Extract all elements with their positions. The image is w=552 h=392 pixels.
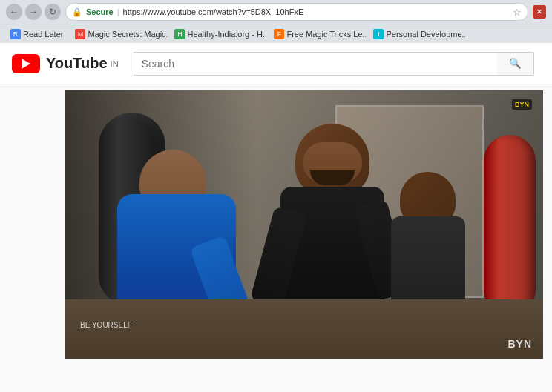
bookmark-icon-personal-dev: t xyxy=(373,29,384,39)
bookmark-personal-dev[interactable]: t Personal Developme... xyxy=(369,27,465,41)
bookmark-read-later[interactable]: R Read Later xyxy=(6,27,68,41)
back-button[interactable]: ← xyxy=(6,4,22,20)
youtube-logo[interactable]: YouTubeIN xyxy=(12,54,119,73)
subtitle-text: BE YOURSELF xyxy=(80,321,132,329)
bookmark-label-read-later: Read Later xyxy=(23,30,63,39)
bookmark-label-healthy-india: Healthy-India.org - H... xyxy=(187,30,266,39)
video-player[interactable]: BE YOURSELF BYN BYN xyxy=(65,90,543,359)
punching-bag-right xyxy=(484,135,536,313)
forward-button[interactable]: → xyxy=(25,4,42,20)
youtube-header: YouTubeIN 🔍 xyxy=(0,43,552,84)
address-bar[interactable]: 🔒 Secure | https://www.youtube.com/watch… xyxy=(65,3,528,21)
reload-button[interactable]: ↻ xyxy=(45,4,61,20)
bookmark-star-icon[interactable]: ☆ xyxy=(513,7,522,18)
gym-floor xyxy=(65,299,543,359)
bookmarks-bar: R Read Later M Magic Secrets: Magic... H… xyxy=(0,24,552,43)
bookmark-healthy-india[interactable]: H Healthy-India.org - H... xyxy=(170,27,266,41)
url-text[interactable]: https://www.youtube.com/watch?v=5D8X_10h… xyxy=(123,7,509,16)
search-input[interactable] xyxy=(134,52,497,76)
bookmark-icon-free-magic: F xyxy=(274,29,284,39)
bookmark-icon-healthy-india: H xyxy=(174,29,185,39)
lock-icon: 🔒 xyxy=(72,7,82,17)
video-container: BE YOURSELF BYN BYN xyxy=(65,90,543,359)
bookmark-icon-read-later: R xyxy=(10,29,21,39)
extension-icon[interactable]: ✕ xyxy=(533,5,546,19)
secure-label: Secure xyxy=(86,7,114,16)
address-bar-row: ← → ↻ 🔒 Secure | https://www.youtube.com… xyxy=(0,0,552,24)
youtube-wordmark: YouTube xyxy=(46,55,108,72)
search-container: 🔍 xyxy=(134,52,534,76)
bookmark-label-free-magic: Free Magic Tricks Le... xyxy=(286,30,366,39)
bookmark-magic-secrets[interactable]: M Magic Secrets: Magic... xyxy=(70,27,167,41)
browser-chrome: ← → ↻ 🔒 Secure | https://www.youtube.com… xyxy=(0,0,552,43)
bookmark-icon-magic-secrets: M xyxy=(75,29,85,39)
search-icon: 🔍 xyxy=(509,58,522,69)
youtube-country: IN xyxy=(111,59,119,68)
separator: | xyxy=(117,7,119,16)
page-background: BE YOURSELF BYN BYN xyxy=(0,90,552,359)
play-icon xyxy=(22,59,30,69)
byn-watermark: BYN xyxy=(507,338,532,350)
youtube-logo-icon xyxy=(12,54,40,73)
bookmark-label-personal-dev: Personal Developme... xyxy=(386,30,465,39)
bookmark-free-magic[interactable]: F Free Magic Tricks Le... xyxy=(269,27,366,41)
search-button[interactable]: 🔍 xyxy=(497,52,534,76)
nav-icons: ← → ↻ xyxy=(6,4,61,20)
video-top-badge: BYN xyxy=(512,99,532,110)
bookmark-label-magic-secrets: Magic Secrets: Magic... xyxy=(88,30,167,39)
gym-scene: BE YOURSELF BYN BYN xyxy=(65,90,543,359)
